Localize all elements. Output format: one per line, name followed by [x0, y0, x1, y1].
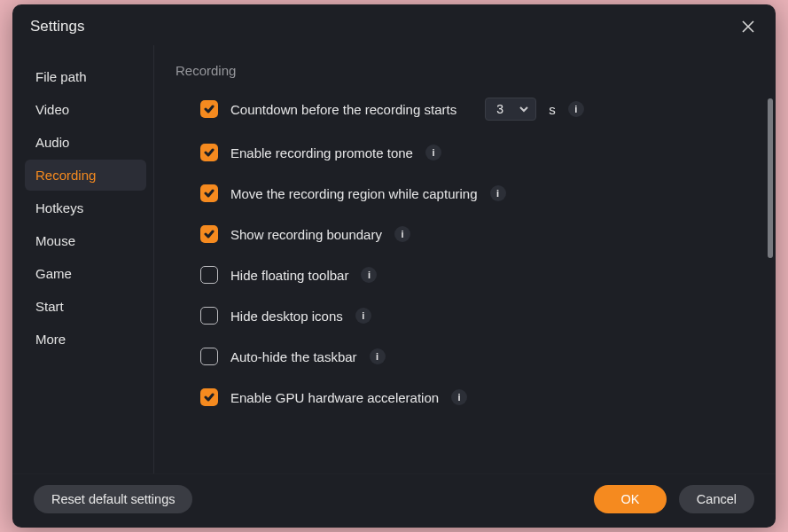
settings-content: Recording Countdown before the recording…	[154, 45, 776, 473]
scrollbar-thumb[interactable]	[768, 98, 773, 258]
checkbox[interactable]	[200, 388, 218, 406]
option-label: Show recording boundary	[230, 227, 382, 242]
sidebar-item-audio[interactable]: Audio	[25, 127, 146, 158]
sidebar-item-mouse[interactable]: Mouse	[25, 225, 146, 256]
option-label: Hide desktop icons	[230, 309, 343, 324]
check-icon	[204, 229, 215, 239]
checkbox[interactable]	[200, 184, 218, 202]
info-icon[interactable]: i	[355, 308, 371, 324]
option-row: Hide floating toolbari	[176, 266, 749, 284]
option-row: Move the recording region while capturin…	[176, 184, 749, 202]
footer-right: OK Cancel	[594, 485, 754, 513]
info-icon[interactable]: i	[394, 226, 410, 242]
checkbox[interactable]	[200, 348, 218, 365]
check-icon	[204, 147, 215, 158]
option-label: Enable recording promote tone	[230, 145, 413, 160]
checkbox[interactable]	[200, 144, 218, 161]
option-row: Hide desktop iconsi	[176, 307, 749, 325]
option-label: Enable GPU hardware acceleration	[230, 390, 439, 405]
option-label: Move the recording region while capturin…	[230, 186, 478, 201]
checkbox[interactable]	[200, 100, 218, 118]
options-list: Countdown before the recording starts3si…	[176, 98, 749, 406]
checkbox[interactable]	[200, 307, 218, 325]
reset-defaults-button[interactable]: Reset default settings	[34, 485, 192, 513]
info-icon[interactable]: i	[490, 185, 506, 201]
sidebar-item-hotkeys[interactable]: Hotkeys	[25, 192, 146, 223]
option-label: Hide floating toolbar	[230, 268, 348, 283]
checkbox[interactable]	[200, 266, 218, 284]
option-row: Auto-hide the taskbari	[176, 348, 749, 365]
countdown-value: 3	[496, 102, 503, 116]
countdown-select[interactable]: 3	[485, 98, 536, 121]
checkbox[interactable]	[200, 225, 218, 243]
option-row: Show recording boundaryi	[176, 225, 749, 243]
settings-sidebar: File pathVideoAudioRecordingHotkeysMouse…	[12, 45, 154, 473]
section-title: Recording	[176, 63, 749, 78]
check-icon	[204, 188, 215, 199]
window-body: File pathVideoAudioRecordingHotkeysMouse…	[12, 45, 776, 473]
settings-window: Settings File pathVideoAudioRecordingHot…	[12, 4, 776, 528]
info-icon[interactable]: i	[568, 101, 584, 117]
cancel-button[interactable]: Cancel	[679, 485, 754, 513]
info-icon[interactable]: i	[451, 389, 467, 405]
option-row: Countdown before the recording starts3si	[176, 98, 749, 121]
window-title: Settings	[30, 18, 84, 35]
sidebar-item-more[interactable]: More	[25, 324, 146, 355]
check-icon	[204, 392, 215, 403]
sidebar-item-game[interactable]: Game	[25, 258, 146, 289]
check-icon	[204, 104, 215, 114]
option-row: Enable GPU hardware accelerationi	[176, 388, 749, 406]
close-button[interactable]	[738, 17, 758, 36]
sidebar-item-start[interactable]: Start	[25, 291, 146, 322]
close-icon	[741, 20, 755, 34]
ok-button[interactable]: OK	[594, 485, 667, 513]
countdown-unit: s	[549, 102, 556, 117]
footer: Reset default settings OK Cancel	[12, 473, 776, 528]
option-label: Countdown before the recording starts	[230, 102, 456, 117]
info-icon[interactable]: i	[370, 348, 386, 364]
titlebar: Settings	[12, 4, 776, 45]
chevron-down-icon	[519, 102, 528, 116]
sidebar-item-video[interactable]: Video	[25, 94, 146, 125]
info-icon[interactable]: i	[425, 145, 441, 160]
sidebar-item-recording[interactable]: Recording	[25, 160, 146, 191]
option-label: Auto-hide the taskbar	[230, 349, 357, 364]
option-row: Enable recording promote tonei	[176, 144, 749, 161]
scrollbar-track[interactable]	[768, 98, 773, 473]
sidebar-item-file-path[interactable]: File path	[25, 61, 146, 92]
info-icon[interactable]: i	[361, 267, 377, 283]
